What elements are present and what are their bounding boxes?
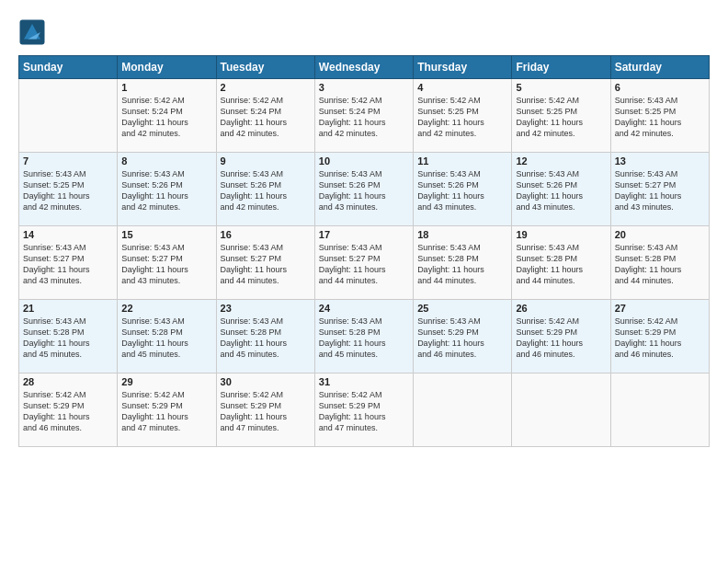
calendar-header-row: SundayMondayTuesdayWednesdayThursdayFrid… (19, 56, 710, 79)
day-info: Sunrise: 5:42 AM Sunset: 5:29 PM Dayligh… (23, 389, 113, 434)
logo (18, 18, 50, 46)
calendar-cell: 15Sunrise: 5:43 AM Sunset: 5:27 PM Dayli… (118, 226, 216, 300)
day-info: Sunrise: 5:43 AM Sunset: 5:26 PM Dayligh… (221, 168, 311, 213)
day-info: Sunrise: 5:42 AM Sunset: 5:29 PM Dayligh… (319, 389, 409, 434)
day-info: Sunrise: 5:43 AM Sunset: 5:25 PM Dayligh… (615, 95, 705, 140)
day-info: Sunrise: 5:43 AM Sunset: 5:28 PM Dayligh… (516, 242, 606, 287)
day-number: 3 (319, 82, 409, 93)
day-number: 8 (121, 155, 211, 167)
calendar-cell: 21Sunrise: 5:43 AM Sunset: 5:28 PM Dayli… (19, 300, 118, 373)
day-info: Sunrise: 5:43 AM Sunset: 5:27 PM Dayligh… (221, 242, 311, 287)
calendar-cell (512, 373, 610, 447)
day-number: 14 (23, 229, 113, 240)
day-info: Sunrise: 5:42 AM Sunset: 5:25 PM Dayligh… (516, 95, 606, 140)
column-header-tuesday: Tuesday (216, 56, 314, 79)
calendar-cell: 5Sunrise: 5:42 AM Sunset: 5:25 PM Daylig… (512, 79, 610, 153)
calendar-week-row: 7Sunrise: 5:43 AM Sunset: 5:25 PM Daylig… (19, 153, 710, 226)
day-info: Sunrise: 5:43 AM Sunset: 5:28 PM Dayligh… (417, 242, 507, 287)
calendar-week-row: 21Sunrise: 5:43 AM Sunset: 5:28 PM Dayli… (19, 300, 710, 373)
calendar-cell: 24Sunrise: 5:43 AM Sunset: 5:28 PM Dayli… (314, 300, 413, 373)
day-info: Sunrise: 5:43 AM Sunset: 5:26 PM Dayligh… (319, 168, 409, 213)
logo-icon (18, 18, 46, 46)
day-number: 24 (319, 303, 409, 314)
day-info: Sunrise: 5:42 AM Sunset: 5:24 PM Dayligh… (221, 95, 311, 140)
calendar-cell: 18Sunrise: 5:43 AM Sunset: 5:28 PM Dayli… (414, 226, 512, 300)
day-info: Sunrise: 5:43 AM Sunset: 5:27 PM Dayligh… (23, 242, 113, 287)
calendar-cell: 23Sunrise: 5:43 AM Sunset: 5:28 PM Dayli… (216, 300, 314, 373)
day-info: Sunrise: 5:42 AM Sunset: 5:24 PM Dayligh… (121, 95, 211, 140)
day-number: 31 (319, 376, 409, 387)
day-number: 9 (221, 155, 311, 167)
day-info: Sunrise: 5:43 AM Sunset: 5:25 PM Dayligh… (23, 168, 113, 213)
day-info: Sunrise: 5:43 AM Sunset: 5:26 PM Dayligh… (121, 168, 211, 213)
day-number: 6 (615, 82, 705, 93)
calendar-cell: 26Sunrise: 5:42 AM Sunset: 5:29 PM Dayli… (512, 300, 610, 373)
calendar-week-row: 1Sunrise: 5:42 AM Sunset: 5:24 PM Daylig… (19, 79, 710, 153)
column-header-saturday: Saturday (610, 56, 709, 79)
calendar-cell: 7Sunrise: 5:43 AM Sunset: 5:25 PM Daylig… (19, 153, 118, 226)
day-info: Sunrise: 5:43 AM Sunset: 5:28 PM Dayligh… (319, 316, 409, 361)
calendar-table: SundayMondayTuesdayWednesdayThursdayFrid… (18, 55, 710, 447)
day-number: 7 (23, 155, 113, 167)
calendar-week-row: 28Sunrise: 5:42 AM Sunset: 5:29 PM Dayli… (19, 373, 710, 447)
day-number: 12 (516, 155, 606, 167)
calendar-cell (19, 79, 118, 153)
day-number: 23 (221, 303, 311, 314)
calendar-cell: 9Sunrise: 5:43 AM Sunset: 5:26 PM Daylig… (216, 153, 314, 226)
day-info: Sunrise: 5:43 AM Sunset: 5:28 PM Dayligh… (221, 316, 311, 361)
day-number: 1 (121, 82, 211, 93)
day-number: 21 (23, 303, 113, 314)
calendar-cell: 10Sunrise: 5:43 AM Sunset: 5:26 PM Dayli… (314, 153, 413, 226)
calendar-cell: 17Sunrise: 5:43 AM Sunset: 5:27 PM Dayli… (314, 226, 413, 300)
day-info: Sunrise: 5:43 AM Sunset: 5:29 PM Dayligh… (417, 316, 507, 361)
day-info: Sunrise: 5:43 AM Sunset: 5:28 PM Dayligh… (23, 316, 113, 361)
day-number: 5 (516, 82, 606, 93)
calendar-cell: 2Sunrise: 5:42 AM Sunset: 5:24 PM Daylig… (216, 79, 314, 153)
day-number: 25 (417, 303, 507, 314)
day-number: 18 (417, 229, 507, 240)
calendar-cell (610, 373, 709, 447)
calendar-cell: 25Sunrise: 5:43 AM Sunset: 5:29 PM Dayli… (414, 300, 512, 373)
day-info: Sunrise: 5:43 AM Sunset: 5:27 PM Dayligh… (121, 242, 211, 287)
day-number: 15 (121, 229, 211, 240)
day-info: Sunrise: 5:43 AM Sunset: 5:28 PM Dayligh… (121, 316, 211, 361)
day-info: Sunrise: 5:42 AM Sunset: 5:29 PM Dayligh… (516, 316, 606, 361)
day-number: 27 (615, 303, 705, 314)
calendar-cell: 11Sunrise: 5:43 AM Sunset: 5:26 PM Dayli… (414, 153, 512, 226)
day-info: Sunrise: 5:42 AM Sunset: 5:29 PM Dayligh… (121, 389, 211, 434)
day-info: Sunrise: 5:42 AM Sunset: 5:25 PM Dayligh… (417, 95, 507, 140)
day-info: Sunrise: 5:43 AM Sunset: 5:28 PM Dayligh… (615, 242, 705, 287)
day-number: 17 (319, 229, 409, 240)
calendar-cell: 4Sunrise: 5:42 AM Sunset: 5:25 PM Daylig… (414, 79, 512, 153)
calendar-week-row: 14Sunrise: 5:43 AM Sunset: 5:27 PM Dayli… (19, 226, 710, 300)
day-number: 4 (417, 82, 507, 93)
day-number: 22 (121, 303, 211, 314)
calendar-cell: 27Sunrise: 5:42 AM Sunset: 5:29 PM Dayli… (610, 300, 709, 373)
calendar-cell (414, 373, 512, 447)
calendar-cell: 19Sunrise: 5:43 AM Sunset: 5:28 PM Dayli… (512, 226, 610, 300)
calendar-cell: 20Sunrise: 5:43 AM Sunset: 5:28 PM Dayli… (610, 226, 709, 300)
day-number: 10 (319, 155, 409, 167)
calendar-cell: 3Sunrise: 5:42 AM Sunset: 5:24 PM Daylig… (314, 79, 413, 153)
day-number: 19 (516, 229, 606, 240)
calendar-cell: 22Sunrise: 5:43 AM Sunset: 5:28 PM Dayli… (118, 300, 216, 373)
calendar-cell: 12Sunrise: 5:43 AM Sunset: 5:26 PM Dayli… (512, 153, 610, 226)
column-header-monday: Monday (118, 56, 216, 79)
day-number: 20 (615, 229, 705, 240)
calendar-cell: 31Sunrise: 5:42 AM Sunset: 5:29 PM Dayli… (314, 373, 413, 447)
day-number: 13 (615, 155, 705, 167)
day-number: 11 (417, 155, 507, 167)
day-info: Sunrise: 5:43 AM Sunset: 5:27 PM Dayligh… (615, 168, 705, 213)
calendar-cell: 14Sunrise: 5:43 AM Sunset: 5:27 PM Dayli… (19, 226, 118, 300)
calendar-cell: 8Sunrise: 5:43 AM Sunset: 5:26 PM Daylig… (118, 153, 216, 226)
day-number: 28 (23, 376, 113, 387)
column-header-wednesday: Wednesday (314, 56, 413, 79)
calendar-cell: 6Sunrise: 5:43 AM Sunset: 5:25 PM Daylig… (610, 79, 709, 153)
column-header-sunday: Sunday (19, 56, 118, 79)
calendar-cell: 29Sunrise: 5:42 AM Sunset: 5:29 PM Dayli… (118, 373, 216, 447)
day-info: Sunrise: 5:42 AM Sunset: 5:29 PM Dayligh… (221, 389, 311, 434)
day-number: 29 (121, 376, 211, 387)
day-number: 26 (516, 303, 606, 314)
day-info: Sunrise: 5:42 AM Sunset: 5:29 PM Dayligh… (615, 316, 705, 361)
calendar-cell: 30Sunrise: 5:42 AM Sunset: 5:29 PM Dayli… (216, 373, 314, 447)
